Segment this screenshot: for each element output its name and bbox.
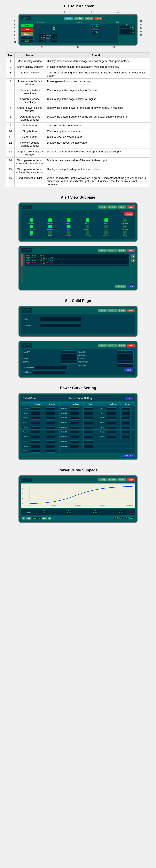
settings-save-button[interactable]: Save bbox=[124, 368, 134, 372]
pcs-voltage-input[interactable] bbox=[107, 407, 116, 410]
pcs-voltage-input[interactable] bbox=[70, 417, 79, 420]
alert-nav-alarm[interactable]: Alarm bbox=[127, 205, 135, 209]
pcs-power-input[interactable] bbox=[45, 440, 55, 443]
detail-nav-home[interactable]: Home bbox=[98, 249, 107, 252]
cv-nav-alarm[interactable]: Alarm bbox=[127, 478, 135, 482]
pcs-voltage-input[interactable] bbox=[70, 431, 79, 434]
pcs-power-input[interactable] bbox=[121, 422, 130, 424]
pcs-voltage-input[interactable] bbox=[31, 436, 40, 438]
alert-detail-nav[interactable]: Home Setting Curve Alarm bbox=[98, 249, 135, 252]
sc-nav-setting[interactable]: Setting bbox=[107, 309, 117, 312]
pcs-power-input[interactable] bbox=[84, 417, 93, 420]
pcs-power-input[interactable] bbox=[121, 426, 130, 429]
pcs-save-button[interactable]: Save bbox=[124, 397, 133, 400]
pcs-voltage-input[interactable] bbox=[31, 445, 40, 448]
pcs-power-input[interactable] bbox=[121, 407, 130, 410]
pcs-voltage-input[interactable] bbox=[70, 422, 79, 424]
pcs-voltage-input[interactable] bbox=[31, 422, 40, 424]
start-button[interactable]: Start bbox=[21, 24, 33, 27]
pcs-power-input[interactable] bbox=[84, 407, 93, 410]
pcs-power-input[interactable] bbox=[45, 412, 55, 415]
pcs-voltage-input[interactable] bbox=[31, 407, 40, 410]
curve-next-btn[interactable]: ▶ bbox=[48, 517, 52, 520]
reset-button[interactable]: Reset bbox=[21, 32, 33, 36]
grid-uv2-field[interactable] bbox=[117, 354, 134, 357]
curve-next-fast-btn[interactable]: ▶▶ bbox=[42, 517, 47, 520]
curve-prev-fast-btn[interactable]: ◀◀ bbox=[26, 517, 31, 520]
grid-uv-field[interactable] bbox=[61, 360, 77, 364]
start-point-button[interactable]: Start Point bbox=[122, 454, 135, 458]
pcs-voltage-input[interactable] bbox=[31, 426, 40, 429]
pcs-power-input[interactable] bbox=[84, 412, 93, 415]
cv-nav-setting[interactable]: Setting bbox=[107, 478, 117, 482]
pcs-voltage-input[interactable] bbox=[31, 412, 40, 415]
pcs-voltage-input[interactable] bbox=[70, 436, 79, 438]
input-uv-field[interactable] bbox=[61, 354, 77, 357]
set-child-nav[interactable]: Home Setting Curve Alarm bbox=[98, 309, 135, 312]
pcs-voltage-input[interactable] bbox=[107, 436, 116, 438]
pcs-power-input[interactable] bbox=[121, 431, 130, 434]
alert-nav-setting[interactable]: Setting bbox=[107, 205, 117, 209]
st-nav-setting[interactable]: Setting bbox=[107, 344, 117, 347]
start-time-field[interactable] bbox=[117, 364, 134, 367]
pcs-power-input[interactable] bbox=[45, 436, 55, 438]
pcs-voltage-input[interactable] bbox=[107, 426, 116, 429]
pcs-power-input[interactable] bbox=[45, 426, 55, 429]
alert-nav[interactable]: Home Setting Curve Alarm bbox=[98, 205, 135, 209]
grid-on-field[interactable] bbox=[117, 357, 134, 360]
grid-ov-field[interactable] bbox=[61, 357, 77, 360]
st-nav-home[interactable]: Home bbox=[98, 344, 107, 347]
pcs-power-input[interactable] bbox=[121, 417, 130, 420]
alert-nav-home[interactable]: Home bbox=[98, 205, 107, 209]
pcs-voltage-input[interactable] bbox=[70, 440, 79, 443]
refresh-button[interactable]: Refresh bbox=[115, 284, 126, 288]
sc-nav-curve[interactable]: Curve bbox=[117, 309, 126, 312]
pcs-power-input[interactable] bbox=[121, 436, 130, 438]
nav-bar[interactable]: Home Setting Curve Alarm bbox=[31, 17, 135, 20]
curve-nav[interactable]: Home Setting Curve Alarm bbox=[98, 478, 135, 482]
pcs-voltage-input[interactable] bbox=[70, 426, 79, 429]
ip-field[interactable] bbox=[32, 371, 65, 374]
user-input[interactable] bbox=[40, 317, 81, 321]
pcs-power-input[interactable] bbox=[84, 436, 93, 438]
pcs-voltage-input[interactable] bbox=[107, 417, 116, 420]
pcs-voltage-input[interactable] bbox=[31, 440, 40, 443]
settings-nav[interactable]: Home Setting Curve Alarm bbox=[98, 344, 135, 347]
pcs-voltage-input[interactable] bbox=[31, 417, 40, 420]
pcs-power-input[interactable] bbox=[45, 431, 55, 434]
pcs-power-input[interactable] bbox=[45, 445, 55, 448]
back-button[interactable]: Back bbox=[127, 284, 135, 288]
pcs-power-input[interactable] bbox=[45, 417, 55, 420]
factory-input[interactable] bbox=[40, 323, 81, 328]
pcs-voltage-input[interactable] bbox=[70, 407, 79, 410]
input-ov-field[interactable] bbox=[61, 350, 77, 354]
st-nav-alarm[interactable]: Alarm bbox=[127, 344, 135, 347]
curve-prev-btn[interactable]: ◀ bbox=[22, 517, 25, 520]
pcs-voltage-input[interactable] bbox=[70, 412, 79, 415]
detail-nav-alarm[interactable]: Alarm bbox=[127, 249, 135, 252]
detail-nav-curve[interactable]: Curve bbox=[117, 249, 126, 252]
sc-nav-home[interactable]: Home bbox=[98, 309, 107, 312]
scroll-arrows[interactable]: ▲ ▼ bbox=[131, 254, 135, 283]
nav-curve[interactable]: Curve bbox=[85, 17, 94, 20]
cv-nav-home[interactable]: Home bbox=[98, 478, 107, 482]
pcs-power-input[interactable] bbox=[45, 450, 55, 453]
pcs-power-input[interactable] bbox=[121, 412, 130, 415]
pcs-power-input[interactable] bbox=[84, 440, 93, 443]
st-nav-curve[interactable]: Curve bbox=[117, 344, 126, 347]
nav-home[interactable]: Home bbox=[64, 17, 73, 20]
pcs-power-input[interactable] bbox=[45, 407, 55, 410]
nav-alarm[interactable]: Alarm bbox=[94, 17, 102, 20]
pcs-power-input[interactable] bbox=[84, 445, 93, 448]
scroll-down[interactable]: ▼ bbox=[131, 258, 135, 262]
grid-off-field[interactable] bbox=[117, 350, 134, 354]
stop-button[interactable]: Stop bbox=[21, 28, 33, 32]
alert-nav-curve[interactable]: Curve bbox=[117, 205, 126, 209]
pcs-power-input[interactable] bbox=[84, 431, 93, 434]
pcs-power-input[interactable] bbox=[45, 422, 55, 424]
nav-setting[interactable]: Setting bbox=[74, 17, 84, 20]
aws-field[interactable] bbox=[35, 366, 67, 369]
pcs-power-input[interactable] bbox=[84, 426, 93, 429]
sc-nav-alarm[interactable]: Alarm bbox=[127, 309, 135, 312]
max-power-field[interactable] bbox=[117, 360, 134, 364]
